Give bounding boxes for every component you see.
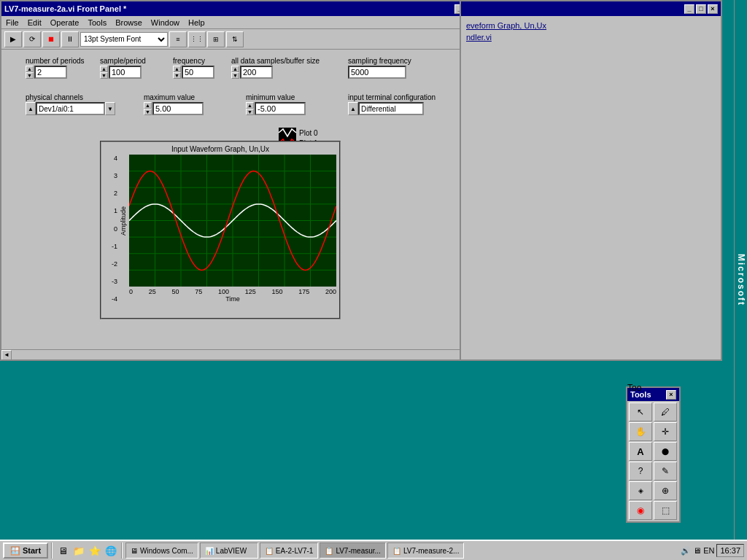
graph-title: Input Waveform Graph, Un,Ux (104, 145, 336, 153)
menu-tools[interactable]: Tools (83, 18, 111, 28)
color-copy-tool[interactable]: ◈ (629, 481, 652, 500)
bg-link-2[interactable]: ndler.vi (465, 31, 717, 43)
menu-file[interactable]: File (1, 18, 23, 28)
max-value-arrows: ▲ ▼ (144, 102, 152, 115)
tray-lang: EN (703, 546, 714, 555)
bg-close[interactable]: × (708, 4, 718, 14)
sample-period-group: sample/period ▲ ▼ (100, 57, 146, 79)
hand-tool[interactable]: ✋ (629, 422, 652, 441)
ql-icon-4[interactable]: 🌐 (104, 543, 118, 558)
frequency-arrows: ▲ ▼ (173, 66, 181, 79)
taskbar-lv7-active[interactable]: 📋 LV7-measur... (320, 542, 386, 559)
all-samples-arrows: ▲ ▼ (231, 66, 239, 79)
lv-front-panel-window: LV7-measure-2a.vi Front Panel * _ □ × Fi… (0, 0, 492, 361)
taskbar-icon-2: 📊 (205, 547, 214, 555)
toolbar-align[interactable]: ≡ (169, 31, 187, 47)
start-label: Start (23, 546, 41, 555)
office-label: Microsoft (736, 254, 746, 306)
num-periods-label: number of periods (26, 57, 85, 65)
ql-icon-2[interactable]: 📁 (71, 543, 86, 558)
toolbar-pause[interactable]: ⏸ (61, 31, 79, 47)
tray-clock: 16:37 (716, 544, 744, 557)
max-value-up[interactable]: ▲ (144, 102, 152, 109)
num-periods-up[interactable]: ▲ (26, 66, 34, 72)
breakpoint-tool[interactable]: ◉ (629, 501, 652, 520)
toolbar: ▶ ⟳ ⏹ ⏸ 13pt System Font ≡ ⋮⋮ ⊞ ⇅ ? (1, 29, 491, 50)
y-axis-label: Amplitude (119, 155, 128, 287)
arrow-tool[interactable]: ↖ (629, 402, 652, 421)
bg-maximize[interactable]: □ (696, 4, 706, 14)
pencil-tool[interactable]: ✎ (654, 462, 677, 481)
taskbar-icon-3: 📋 (265, 547, 274, 555)
crosshair-tool[interactable]: ✛ (654, 422, 677, 441)
min-value-up[interactable]: ▲ (246, 102, 254, 109)
menu-window[interactable]: Window (147, 18, 184, 28)
horizontal-scrollbar[interactable]: ◄ ► (1, 349, 481, 359)
toolbar-distribute[interactable]: ⋮⋮ (188, 31, 206, 47)
max-value-input[interactable] (152, 102, 204, 115)
taskbar-windows-com[interactable]: 🖥 Windows Com... (125, 542, 198, 559)
start-button[interactable]: 🪟 Start (3, 542, 48, 559)
menu-bar: File Edit Operate Tools Browse Window He… (1, 16, 491, 29)
graph-outer: 4 3 2 1 0 -1 -2 -3 -4 (104, 155, 336, 303)
x-axis-labels: 0 25 50 75 100 125 150 175 200 (119, 287, 336, 295)
font-selector[interactable]: 13pt System Font (80, 32, 168, 47)
menu-operate[interactable]: Operate (46, 18, 84, 28)
min-value-label: minimum value (246, 93, 306, 101)
toolbar-reorder[interactable]: ⇅ (226, 31, 244, 47)
all-samples-label: all data samples/buffer size (231, 57, 320, 65)
bg-link-1[interactable]: eveform Graph, Un,Ux (465, 20, 717, 31)
sample-period-up[interactable]: ▲ (100, 66, 108, 72)
ql-icon-3[interactable]: ⭐ (88, 543, 102, 558)
phys-channels-arrow-down[interactable]: ▼ (105, 102, 115, 115)
sampling-freq-input[interactable] (348, 66, 406, 79)
connect-tool[interactable]: ⬤ (654, 442, 677, 461)
input-terminal-dropdown: ▲ Differential (348, 102, 436, 115)
frequency-label: frequency (173, 57, 214, 65)
tools-close-btn[interactable]: × (666, 390, 676, 400)
all-samples-up[interactable]: ▲ (231, 66, 239, 72)
phys-channels-arrow-up[interactable]: ▲ (26, 102, 36, 115)
menu-edit[interactable]: Edit (23, 18, 46, 28)
toolbar-resize[interactable]: ⊞ (207, 31, 225, 47)
phys-channels-value[interactable]: Dev1/ai0:1 (36, 102, 105, 115)
frequency-down[interactable]: ▼ (173, 72, 181, 79)
toolbar-run[interactable]: ▶ (4, 31, 22, 47)
frequency-input[interactable] (182, 66, 214, 79)
min-value-down[interactable]: ▼ (246, 109, 254, 115)
taskbar: 🪟 Start 🖥 📁 ⭐ 🌐 🖥 Windows Com... 📊 LabVI… (0, 540, 747, 560)
taskbar-label-4: LV7-measur... (336, 547, 381, 555)
taskbar-lv7-2[interactable]: 📋 LV7-measure-2... (387, 542, 465, 559)
sample-period-down[interactable]: ▼ (100, 72, 108, 79)
bg-minimize[interactable]: _ (684, 4, 694, 14)
num-periods-down[interactable]: ▼ (26, 72, 34, 79)
frequency-up[interactable]: ▲ (173, 66, 181, 72)
frequency-control: ▲ ▼ (173, 66, 214, 79)
scroll-tool[interactable]: ⊕ (654, 481, 677, 500)
all-samples-input[interactable] (240, 66, 273, 79)
custom-tool2[interactable]: ⬚ (654, 501, 677, 520)
scroll-left-btn[interactable]: ◄ (1, 350, 12, 360)
probe-tool[interactable]: ? (629, 462, 652, 481)
sample-period-input[interactable] (109, 66, 142, 79)
phys-channels-group: physical channels ▲ Dev1/ai0:1 ▼ (26, 93, 115, 115)
max-value-down[interactable]: ▼ (144, 109, 152, 115)
toolbar-stop[interactable]: ⏹ (42, 31, 60, 47)
input-terminal-value[interactable]: Differential (358, 102, 424, 115)
graph-plot[interactable] (129, 155, 336, 287)
sample-period-label: sample/period (100, 57, 146, 65)
all-samples-down[interactable]: ▼ (231, 72, 239, 79)
toolbar-run-cont[interactable]: ⟳ (23, 31, 41, 47)
taskbar-ea2[interactable]: 📋 EA-2-LV7-1 (260, 542, 319, 559)
menu-help[interactable]: Help (184, 18, 209, 28)
frequency-group: frequency ▲ ▼ (173, 57, 214, 79)
color-tool[interactable]: 🖊 (654, 402, 677, 421)
graph-with-ylabel: Amplitude (119, 155, 336, 287)
taskbar-labview[interactable]: 📊 LabVIEW (200, 542, 258, 559)
text-tool[interactable]: A (629, 442, 652, 461)
min-value-input[interactable] (255, 102, 306, 115)
ql-icon-1[interactable]: 🖥 (55, 543, 70, 558)
input-terminal-arrow-up[interactable]: ▲ (348, 102, 358, 115)
menu-browse[interactable]: Browse (111, 18, 147, 28)
num-periods-input[interactable] (34, 66, 67, 79)
